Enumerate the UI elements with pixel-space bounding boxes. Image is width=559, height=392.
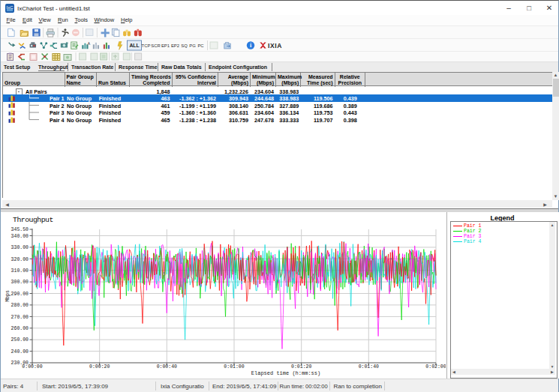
svg-text:PC: PC [197, 43, 204, 48]
svg-text:240.00: 240.00 [11, 349, 29, 355]
svg-text:310.00: 310.00 [11, 268, 29, 274]
svg-text:EP2: EP2 [171, 43, 179, 48]
svg-text:0:01:20: 0:01:20 [291, 364, 311, 370]
svg-text:345.50: 345.50 [11, 227, 29, 232]
svg-text:280.00: 280.00 [11, 303, 29, 308]
svg-text:250.00: 250.00 [11, 337, 29, 343]
svg-text:A: A [88, 41, 91, 46]
svg-text:EP1: EP1 [161, 43, 170, 48]
svg-text:0:01:40: 0:01:40 [359, 364, 379, 370]
svg-text:IXIA: IXIA [268, 42, 282, 49]
svg-text:PG: PG [189, 43, 196, 48]
svg-text:Elapsed time (h:mm:ss): Elapsed time (h:mm:ss) [251, 370, 320, 376]
svg-text:SQ: SQ [181, 43, 188, 48]
svg-text:260.00: 260.00 [11, 326, 29, 331]
svg-text:320.00: 320.00 [11, 257, 29, 262]
svg-text:IxC: IxC [7, 5, 14, 10]
svg-text:330.00: 330.00 [11, 245, 29, 250]
svg-text:SCR: SCR [151, 43, 160, 48]
svg-text:0:02:00: 0:02:00 [425, 364, 446, 370]
svg-text:270.00: 270.00 [11, 315, 29, 320]
svg-text:TCP: TCP [142, 43, 151, 48]
svg-text:0:00:00: 0:00:00 [22, 364, 42, 370]
svg-text:290.00: 290.00 [11, 292, 29, 297]
svg-text:340.00: 340.00 [11, 234, 29, 239]
svg-text:Mbps: Mbps [5, 290, 11, 302]
svg-text:ALL: ALL [129, 43, 139, 48]
svg-text:0:00:20: 0:00:20 [89, 364, 110, 370]
svg-text:0:01:00: 0:01:00 [224, 364, 244, 370]
svg-text:0:00:40: 0:00:40 [157, 364, 177, 370]
svg-text:300.00: 300.00 [11, 280, 29, 285]
